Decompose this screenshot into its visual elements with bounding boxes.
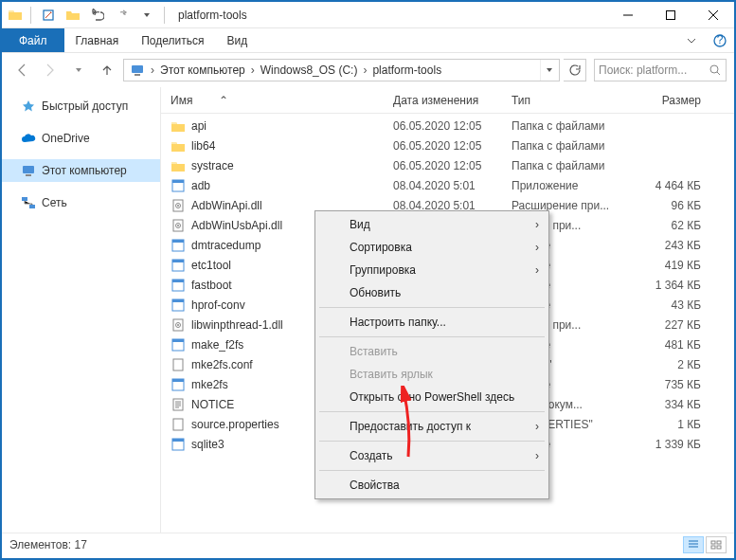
context-menu-create[interactable]: Создать› — [317, 444, 547, 467]
chevron-right-icon: › — [535, 420, 539, 433]
pc-icon — [21, 163, 36, 178]
column-type[interactable]: Тип — [512, 94, 635, 107]
column-size[interactable]: Размер — [635, 94, 701, 107]
exe-icon — [171, 278, 186, 293]
separator — [319, 307, 545, 308]
qat-properties-icon[interactable] — [39, 6, 58, 25]
ribbon-tab-home[interactable]: Главная — [64, 28, 131, 52]
refresh-button[interactable] — [564, 59, 586, 81]
svg-rect-31 — [172, 339, 184, 342]
addressbar: › Этот компьютер › Windows8_OS (C:) › pl… — [2, 53, 734, 87]
file-name: api — [191, 119, 393, 133]
chevron-right-icon[interactable]: › — [249, 63, 257, 77]
search-input[interactable]: Поиск: platform... — [594, 59, 727, 81]
context-menu-give-access[interactable]: Предоставить доступ к› — [317, 415, 547, 438]
file-size: 2 КБ — [635, 358, 701, 371]
chevron-right-icon[interactable]: › — [361, 63, 368, 77]
sidebar-item-label: OneDrive — [42, 132, 90, 145]
file-size: 4 464 КБ — [635, 179, 701, 192]
exe-icon — [171, 298, 186, 313]
qat-undo-icon[interactable] — [88, 6, 107, 25]
breadcrumb[interactable]: › Этот компьютер › Windows8_OS (C:) › pl… — [123, 59, 560, 81]
file-name: adb — [191, 179, 393, 192]
search-placeholder: Поиск: platform... — [599, 63, 709, 77]
sidebar-item-this-pc[interactable]: Этот компьютер — [2, 159, 160, 182]
nav-back-button[interactable] — [9, 58, 34, 82]
close-button[interactable] — [691, 2, 734, 28]
file-row[interactable]: systrace06.05.2020 12:05Папка с файлами — [161, 155, 734, 175]
ribbon-expand-icon[interactable] — [677, 28, 706, 52]
svg-rect-36 — [173, 419, 183, 430]
sidebar-item-label: Быстрый доступ — [42, 99, 128, 113]
context-menu-customize[interactable]: Настроить папку... — [317, 311, 547, 334]
ribbon-tab-share[interactable]: Поделиться — [130, 28, 215, 52]
sidebar: Быстрый доступ OneDrive Этот компьютер С… — [2, 87, 161, 533]
file-row[interactable]: lib6406.05.2020 12:05Папка с файлами — [161, 135, 734, 155]
nav-forward-button[interactable] — [38, 58, 63, 82]
svg-rect-5 — [135, 74, 140, 76]
svg-text:?: ? — [717, 34, 724, 46]
star-icon — [21, 99, 36, 114]
ribbon-tab-view[interactable]: Вид — [215, 28, 259, 52]
column-date[interactable]: Дата изменения — [393, 94, 512, 107]
exe-icon — [171, 377, 186, 392]
minimize-button[interactable] — [606, 2, 649, 28]
file-size: 735 КБ — [635, 378, 701, 391]
status-count: Элементов: 17 — [9, 538, 87, 551]
file-size: 419 КБ — [635, 259, 701, 272]
breadcrumb-dropdown[interactable] — [540, 60, 557, 81]
svg-rect-42 — [717, 546, 721, 549]
sidebar-item-network[interactable]: Сеть — [2, 191, 160, 214]
file-icon — [171, 417, 186, 432]
statusbar: Элементов: 17 — [2, 533, 734, 555]
sidebar-item-onedrive[interactable]: OneDrive — [2, 127, 160, 150]
svg-rect-12 — [172, 180, 184, 183]
column-name[interactable]: Имя⌃ — [171, 94, 393, 107]
ribbon-tab-file[interactable]: Файл — [2, 28, 64, 52]
ribbon-help-icon[interactable]: ? — [706, 28, 734, 52]
file-size: 1 364 КБ — [635, 279, 701, 292]
exe-icon — [171, 238, 186, 253]
context-menu-view[interactable]: Вид› — [317, 213, 547, 236]
svg-rect-34 — [172, 379, 184, 382]
context-menu-properties[interactable]: Свойства — [317, 474, 547, 497]
svg-point-6 — [710, 65, 718, 73]
context-menu-refresh[interactable]: Обновить — [317, 281, 547, 304]
file-date: 06.05.2020 12:05 — [393, 119, 512, 133]
file-size: 43 КБ — [635, 298, 701, 312]
context-menu-powershell[interactable]: Открыть окно PowerShell здесь — [317, 386, 547, 408]
file-row[interactable]: api06.05.2020 12:05Папка с файлами — [161, 116, 734, 135]
qat-new-folder-icon[interactable] — [63, 6, 82, 25]
chevron-right-icon: › — [535, 241, 539, 254]
maximize-button[interactable] — [649, 2, 691, 28]
exe-icon — [171, 258, 186, 273]
svg-rect-22 — [172, 260, 184, 262]
sidebar-item-label: Этот компьютер — [42, 164, 127, 177]
file-date: 06.05.2020 12:05 — [393, 139, 512, 153]
chevron-right-icon[interactable]: › — [149, 63, 156, 77]
file-icon — [171, 357, 186, 372]
svg-rect-38 — [172, 439, 184, 442]
network-icon — [21, 195, 36, 210]
context-menu-sort[interactable]: Сортировка› — [317, 236, 547, 259]
nav-up-button[interactable] — [95, 58, 119, 82]
qat-dropdown-icon[interactable] — [137, 6, 156, 25]
cloud-icon — [21, 131, 36, 146]
breadcrumb-segment[interactable]: Этот компьютер — [156, 63, 249, 77]
file-row[interactable]: adb08.04.2020 5:01Приложение4 464 КБ — [161, 175, 734, 195]
svg-point-18 — [177, 225, 179, 226]
view-large-icons-button[interactable] — [706, 536, 727, 553]
context-menu-group[interactable]: Группировка› — [317, 259, 547, 281]
nav-recent-dropdown[interactable] — [66, 58, 91, 82]
pc-icon — [130, 63, 145, 78]
view-details-button[interactable] — [683, 536, 704, 553]
breadcrumb-segment[interactable]: platform-tools — [368, 63, 445, 77]
svg-rect-24 — [172, 280, 184, 282]
file-type: Папка с файлами — [512, 159, 635, 172]
file-date: 06.05.2020 12:05 — [393, 159, 512, 172]
qat-redo-icon[interactable] — [113, 6, 132, 25]
file-name: systrace — [191, 159, 393, 172]
breadcrumb-segment[interactable]: Windows8_OS (C:) — [257, 63, 362, 77]
file-type: Папка с файлами — [512, 139, 635, 153]
sidebar-item-quick-access[interactable]: Быстрый доступ — [2, 95, 160, 117]
